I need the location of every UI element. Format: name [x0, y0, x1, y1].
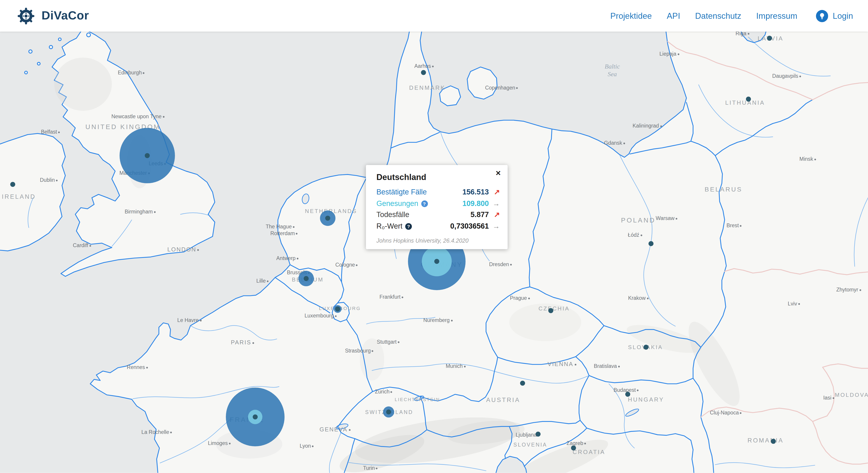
help-icon[interactable]: ?	[421, 200, 428, 207]
country-dot-romania[interactable]	[771, 439, 776, 444]
country-bubble-luxembourg[interactable]	[334, 305, 342, 313]
country-popup: ✕ Deutschland Bestätigte Fälle156.513↗Ge…	[366, 165, 508, 249]
map-markers-layer	[0, 32, 868, 473]
country-label: CROATIA	[572, 449, 605, 455]
nav-link-datenschutz[interactable]: Datenschutz	[695, 11, 741, 21]
city-label: Iasi	[823, 394, 834, 401]
country-label: ROMANIA	[747, 437, 784, 443]
city-label: Copenhagen	[485, 84, 518, 90]
city-label: Newcastle upon Tyne	[112, 113, 164, 119]
stat-row-confirmed: Bestätigte Fälle156.513↗	[376, 186, 500, 198]
gear-logo-icon	[17, 6, 35, 25]
stat-label: Todesfälle	[376, 209, 409, 221]
country-dot-ireland[interactable]	[10, 182, 15, 187]
app-root: DiVaCor ProjektideeAPIDatenschutzImpress…	[0, 0, 868, 473]
help-icon[interactable]: ?	[405, 223, 412, 230]
city-label: Zurich	[375, 388, 393, 394]
stat-row-r0: R₀-Wert?0,73036561→	[376, 221, 500, 232]
country-dot-latvia[interactable]	[767, 36, 772, 41]
marker-dot	[304, 276, 309, 281]
city-label: Munich	[446, 363, 465, 369]
city-label: Rennes	[127, 364, 148, 370]
city-label: La Rochelle	[142, 429, 172, 435]
city-label: Limoges	[208, 440, 230, 446]
europe-map[interactable]: UNITED KINGDOMIRELANDNETHERLANDSBELGIUML…	[0, 32, 868, 473]
marker-dot	[253, 414, 258, 419]
stat-label: Genesungen?	[376, 198, 428, 209]
country-bubble-switzerland[interactable]	[383, 407, 394, 418]
country-dot-lithuania[interactable]	[746, 96, 751, 101]
city-label: Budapest	[614, 387, 639, 393]
marker-dot	[325, 216, 330, 221]
city-label: GENEVA	[320, 426, 350, 432]
country-dot-poland[interactable]	[649, 241, 653, 246]
popup-close-button[interactable]: ✕	[493, 168, 503, 178]
country-bubble-belgium[interactable]	[298, 271, 314, 287]
marker-dot	[434, 259, 439, 264]
brand-logo[interactable]: DiVaCor	[17, 6, 89, 25]
app-header: DiVaCor ProjektideeAPIDatenschutzImpress…	[0, 0, 868, 32]
country-dot-slovakia[interactable]	[644, 345, 649, 350]
city-label: Turin	[363, 465, 377, 471]
sea-label: Baltic Sea	[599, 62, 625, 78]
city-label: Gdansk	[604, 140, 625, 146]
country-label: AUSTRIA	[486, 396, 520, 403]
stat-row-recovered: Genesungen?109.800→	[376, 198, 500, 209]
country-bubble-france[interactable]	[226, 387, 285, 446]
country-label: CZECHIA	[538, 305, 569, 312]
popup-source: Johns Hopkins University, 26.4.2020	[376, 238, 500, 244]
country-bubble-united-kingdom[interactable]	[120, 128, 175, 183]
country-label: LITHUANIA	[725, 99, 765, 106]
popup-title: Deutschland	[376, 172, 500, 182]
country-label: MOLDOVA	[835, 392, 868, 398]
country-dot-croatia[interactable]	[571, 445, 576, 450]
city-label: Strasbourg	[345, 348, 373, 354]
city-label: Warsaw	[656, 215, 677, 221]
city-label: Cardiff	[73, 242, 91, 248]
country-label: HUNGARY	[628, 396, 664, 403]
country-bubble-netherlands[interactable]	[320, 210, 336, 226]
nav-link-api[interactable]: API	[667, 11, 680, 21]
city-label: Minsk	[800, 156, 816, 162]
country-dot-czechia[interactable]	[548, 308, 553, 313]
city-label: LONDON	[167, 246, 199, 252]
main-nav: ProjektideeAPIDatenschutzImpressum	[610, 11, 797, 21]
city-label: Le Havre	[177, 317, 202, 323]
city-label: Antwerp	[276, 255, 298, 261]
login-button[interactable]: Login	[816, 10, 853, 22]
stat-label: R₀-Wert?	[376, 221, 412, 232]
city-label: Brest	[726, 222, 742, 228]
city-label: Riga	[736, 32, 749, 36]
brand-name: DiVaCor	[41, 9, 89, 23]
city-label: The Hague	[266, 224, 294, 230]
trend-up-icon: ↗	[489, 186, 500, 198]
country-dot-austria[interactable]	[520, 381, 525, 386]
city-label: Aarhus	[414, 63, 434, 69]
city-label: PARIS	[231, 339, 254, 346]
marker-dot	[335, 306, 340, 312]
idea-icon	[816, 10, 829, 22]
city-label: Cluj-Napoca	[710, 410, 741, 416]
country-dot-slovenia[interactable]	[535, 432, 540, 437]
trend-steady-icon: →	[489, 221, 500, 232]
nav-link-impressum[interactable]: Impressum	[756, 11, 798, 21]
stat-label: Bestätigte Fälle	[376, 186, 427, 198]
city-label: Belfast	[41, 129, 60, 135]
stat-value: 0,73036561	[450, 221, 489, 232]
stat-value: 109.800	[463, 198, 489, 209]
login-label: Login	[833, 11, 853, 21]
trend-up-icon: ↗	[489, 209, 500, 221]
city-label: Daugavpils	[772, 73, 801, 79]
marker-dot	[386, 410, 391, 414]
country-label: DENMARK	[409, 84, 445, 91]
marker-dot	[145, 153, 150, 158]
city-label: Prague	[510, 295, 530, 301]
city-label: Lyon	[300, 443, 314, 449]
country-dot-denmark[interactable]	[421, 70, 426, 75]
popup-stats: Bestätigte Fälle156.513↗Genesungen?109.8…	[376, 186, 500, 232]
nav-link-projektidee[interactable]: Projektidee	[610, 11, 652, 21]
city-label: Nuremberg	[423, 317, 453, 323]
country-label: SLOVENIA	[513, 442, 547, 448]
country-dot-hungary[interactable]	[625, 392, 630, 397]
city-label: Rotterdam	[270, 230, 298, 236]
